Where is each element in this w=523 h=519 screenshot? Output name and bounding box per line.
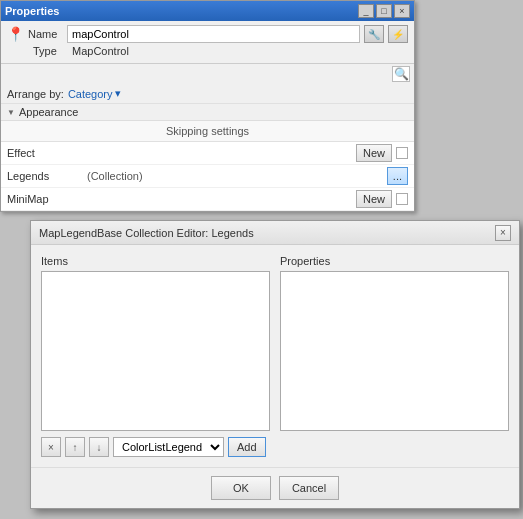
move-up-button[interactable]: ↑ [65,437,85,457]
properties-listbox[interactable] [280,271,509,431]
dialog-close-button[interactable]: × [495,225,511,241]
maximize-button[interactable]: □ [376,4,392,18]
arrange-row: Arrange by: Category ▾ [1,84,414,104]
close-button[interactable]: × [394,4,410,18]
properties-titlebar: Properties _ □ × [1,1,414,21]
properties-body: ▼ Appearance Skipping settings Effect Ne… [1,104,414,211]
arrange-dropdown[interactable]: Category ▾ [68,87,121,100]
type-value: MapControl [72,45,129,57]
effect-row: Effect New [1,142,414,165]
properties-section: Properties [280,255,509,457]
items-section: Items × ↑ ↓ ColorListLegend Add [41,255,270,457]
props-content: ▼ Appearance Skipping settings Effect Ne… [1,104,414,211]
effect-actions: New [356,144,408,162]
items-listbox[interactable] [41,271,270,431]
add-button[interactable]: Add [228,437,266,457]
minimap-checkbox[interactable] [396,193,408,205]
dialog-body: Items × ↑ ↓ ColorListLegend Add Properti… [31,245,519,467]
ok-button[interactable]: OK [211,476,271,500]
remove-button[interactable]: × [41,437,61,457]
name-label: Name [28,28,63,40]
type-label: Type [33,45,68,57]
effect-label: Effect [7,147,87,159]
legends-value: (Collection) [87,170,387,182]
minimap-label: MiniMap [7,193,87,205]
category-name: Appearance [19,106,78,118]
search-icon: 🔍 [394,67,409,81]
legends-actions: ... [387,167,408,185]
effect-new-button[interactable]: New [356,144,392,162]
legends-label: Legends [7,170,87,182]
collection-editor-dialog: MapLegendBase Collection Editor: Legends… [30,220,520,509]
dialog-title: MapLegendBase Collection Editor: Legends [39,227,254,239]
search-icon-box[interactable]: 🔍 [392,66,410,82]
arrange-label: Arrange by: [7,88,64,100]
items-toolbar: × ↑ ↓ ColorListLegend Add [41,437,270,457]
wrench-button[interactable]: 🔧 [364,25,384,43]
properties-header: 📍 Name 🔧 ⚡ Type MapControl [1,21,414,64]
properties-title: Properties [5,5,59,17]
expand-arrow: ▼ [7,108,15,117]
minimap-row: MiniMap New [1,188,414,211]
lightning-button[interactable]: ⚡ [388,25,408,43]
search-row: 🔍 [1,64,414,84]
legends-ellipsis-button[interactable]: ... [387,167,408,185]
cancel-button[interactable]: Cancel [279,476,339,500]
minimap-actions: New [356,190,408,208]
dialog-titlebar: MapLegendBase Collection Editor: Legends… [31,221,519,245]
type-select[interactable]: ColorListLegend [113,437,224,457]
name-row: 📍 Name 🔧 ⚡ [7,25,408,43]
properties-section-label: Properties [280,255,509,267]
chevron-down-icon: ▾ [115,87,121,100]
move-down-button[interactable]: ↓ [89,437,109,457]
category-header: ▼ Appearance [1,104,414,121]
pin-icon: 📍 [7,26,24,42]
arrange-category-label: Category [68,88,113,100]
minimap-new-button[interactable]: New [356,190,392,208]
dialog-footer: OK Cancel [31,467,519,508]
minimize-button[interactable]: _ [358,4,374,18]
legends-row: Legends (Collection) ... [1,165,414,188]
items-label: Items [41,255,270,267]
name-input[interactable] [67,25,360,43]
titlebar-buttons: _ □ × [358,4,410,18]
type-row: Type MapControl [7,45,408,57]
effect-checkbox[interactable] [396,147,408,159]
skipping-settings: Skipping settings [1,121,414,142]
properties-panel: Properties _ □ × 📍 Name 🔧 ⚡ Type MapCont… [0,0,415,212]
